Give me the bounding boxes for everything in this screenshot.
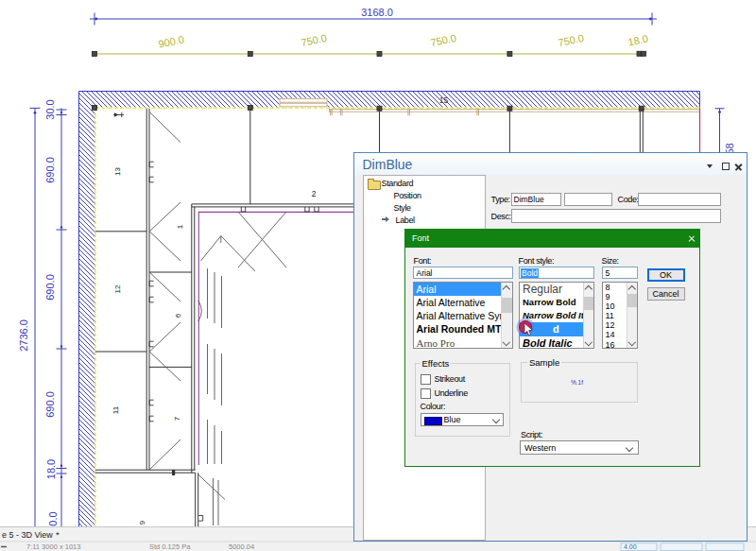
svg-text:18.0: 18.0: [45, 459, 57, 479]
svg-text:690.0: 690.0: [44, 274, 56, 301]
svg-text:9: 9: [138, 520, 146, 525]
svg-text:900.0: 900.0: [157, 33, 184, 49]
svg-text:13: 13: [113, 167, 122, 176]
svg-text:2736.0: 2736.0: [18, 319, 29, 352]
svg-text:4.00: 4.00: [624, 543, 637, 550]
svg-text:7:11 3000 x 1013: 7:11 3000 x 1013: [26, 542, 80, 551]
svg-text:11: 11: [112, 405, 120, 414]
svg-text:3168.0: 3168.0: [361, 7, 393, 18]
svg-text:e 5 - 3D View: e 5 - 3D View: [2, 530, 53, 540]
svg-text:1: 1: [176, 224, 184, 229]
svg-text:30.0: 30.0: [44, 99, 56, 119]
svg-text:*: *: [56, 529, 60, 540]
svg-text:15: 15: [439, 95, 449, 105]
svg-text:750.0: 750.0: [300, 32, 327, 48]
svg-text:2: 2: [312, 189, 317, 198]
svg-text:12: 12: [113, 284, 122, 293]
svg-text:5000.04: 5000.04: [229, 542, 254, 551]
svg-text:6: 6: [174, 313, 182, 318]
svg-text:690.0: 690.0: [44, 391, 56, 418]
svg-text:18.0: 18.0: [627, 32, 648, 47]
svg-text:750.0: 750.0: [429, 32, 456, 48]
svg-text:7: 7: [173, 416, 181, 421]
svg-text:750.0: 750.0: [557, 32, 584, 48]
svg-text:Std 0.125 Pa: Std 0.125 Pa: [149, 542, 191, 551]
svg-text:0.0: 0.0: [47, 511, 59, 525]
svg-text:690.0: 690.0: [44, 157, 56, 183]
